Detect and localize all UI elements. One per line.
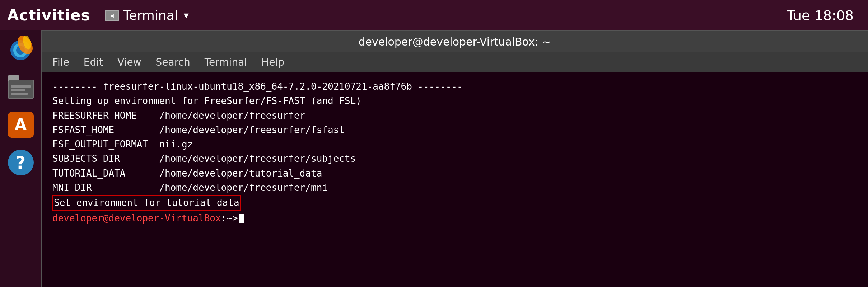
sidebar-item-app-store[interactable]: A xyxy=(5,109,36,140)
sidebar-item-firefox[interactable] xyxy=(5,34,36,65)
menu-edit[interactable]: Edit xyxy=(84,56,103,68)
term-line-6: SUBJECTS_DIR /home/developer/freesurfer/… xyxy=(52,151,857,166)
menu-terminal[interactable]: Terminal xyxy=(205,56,247,68)
prompt-suffix: :~> xyxy=(221,213,238,224)
terminal-app-button[interactable]: ▣ Terminal ▾ xyxy=(105,8,189,23)
highlighted-text: Set environment for tutorial_data xyxy=(52,195,241,211)
terminal-window: developer@developer-VirtualBox: ~ File E… xyxy=(41,30,868,287)
term-line-4: FSFAST_HOME /home/developer/freesurfer/f… xyxy=(52,123,857,137)
sidebar-item-help[interactable]: ? xyxy=(5,147,36,178)
help-label: ? xyxy=(16,152,26,173)
prompt-user-host: developer@developer-VirtualBox xyxy=(52,213,221,224)
sidebar: A ? xyxy=(0,30,41,287)
term-prompt-line: developer@developer-VirtualBox:~> xyxy=(52,211,857,225)
menu-help[interactable]: Help xyxy=(261,56,284,68)
terminal-app-icon: ▣ xyxy=(105,10,119,21)
terminal-body[interactable]: -------- freesurfer-linux-ubuntu18_x86_6… xyxy=(42,72,868,287)
terminal-dropdown-arrow[interactable]: ▾ xyxy=(184,9,189,21)
svg-rect-7 xyxy=(8,75,19,81)
svg-rect-10 xyxy=(11,89,25,91)
sidebar-item-file-manager[interactable] xyxy=(5,72,36,102)
terminal-titlebar: developer@developer-VirtualBox: ~ xyxy=(42,31,868,52)
svg-rect-11 xyxy=(11,93,28,95)
terminal-cursor xyxy=(239,214,244,223)
term-highlighted-line: Set environment for tutorial_data xyxy=(52,195,857,211)
menu-file[interactable]: File xyxy=(52,56,69,68)
svg-rect-9 xyxy=(11,85,31,88)
activities-button[interactable]: Activities xyxy=(7,6,90,24)
topbar: Activities ▣ Terminal ▾ Tue 18:08 xyxy=(0,0,868,30)
system-clock: Tue 18:08 xyxy=(787,8,854,23)
app-store-label: A xyxy=(14,116,27,134)
menu-view[interactable]: View xyxy=(117,56,141,68)
term-line-8: MNI_DIR /home/developer/freesurfer/mni xyxy=(52,180,857,195)
term-line-7: TUTORIAL_DATA /home/developer/tutorial_d… xyxy=(52,166,857,180)
term-line-5: FSF_OUTPUT_FORMAT nii.gz xyxy=(52,137,857,151)
app-store-icon: A xyxy=(8,112,34,138)
terminal-app-label: Terminal xyxy=(123,8,178,23)
term-line-1: -------- freesurfer-linux-ubuntu18_x86_6… xyxy=(52,79,857,94)
terminal-title: developer@developer-VirtualBox: ~ xyxy=(358,36,551,48)
term-line-2: Setting up environment for FreeSurfer/FS… xyxy=(52,94,857,108)
menu-search[interactable]: Search xyxy=(156,56,190,68)
main-area: A ? developer@developer-VirtualBox: ~ Fi… xyxy=(0,30,868,287)
term-line-3: FREESURFER_HOME /home/developer/freesurf… xyxy=(52,108,857,123)
terminal-menubar: File Edit View Search Terminal Help xyxy=(42,52,868,72)
help-icon: ? xyxy=(8,150,34,175)
